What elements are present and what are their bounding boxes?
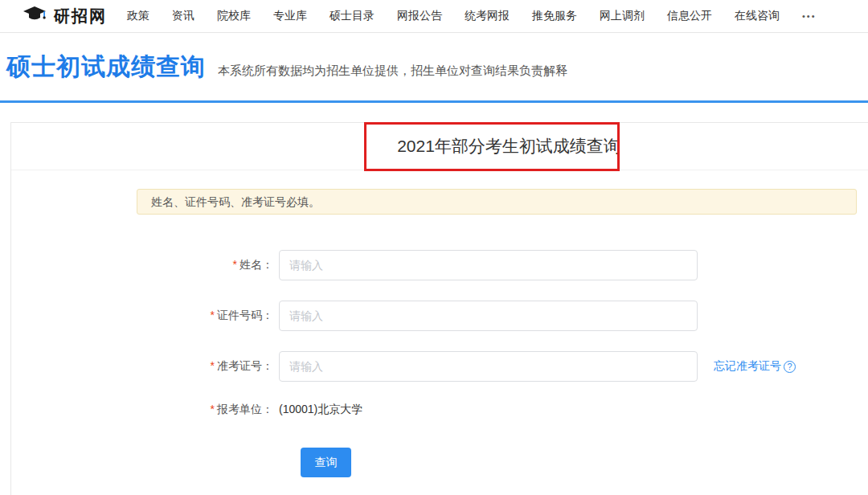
page-title: 硕士初试成绩查询 xyxy=(6,51,206,84)
nav-item-college-database[interactable]: 院校库 xyxy=(217,9,251,23)
nav-item-online-consult[interactable]: 在线咨询 xyxy=(735,9,780,23)
nav-item-report-notice[interactable]: 网报公告 xyxy=(397,9,442,23)
form-row-admission-ticket: *准考证号： 忘记准考证号 ? xyxy=(11,351,868,382)
form-row-id-number: *证件号码： xyxy=(11,301,868,331)
required-asterisk: * xyxy=(211,403,215,415)
nav-item-master-catalog[interactable]: 硕士目录 xyxy=(330,9,375,23)
form-row-apply-unit: *报考单位： (10001)北京大学 xyxy=(11,402,868,418)
nav-menu: 政策 资讯 院校库 专业库 硕士目录 网报公告 统考网报 推免服务 网上调剂 信… xyxy=(127,9,817,23)
nav-item-info-disclosure[interactable]: 信息公开 xyxy=(667,9,712,23)
score-query-card: 2021年部分考生初试成绩查询 姓名、证件号码、准考证号必填。 *姓名： *证件… xyxy=(10,122,868,495)
card-title: 2021年部分考生初试成绩查询 xyxy=(397,135,620,158)
graduation-cap-icon xyxy=(23,6,47,27)
page-header: 硕士初试成绩查询 本系统所有数据均为招生单位提供，招生单位对查询结果负责解释 xyxy=(0,33,868,100)
site-logo[interactable]: 研招网 xyxy=(23,6,107,27)
nav-item-exemption-service[interactable]: 推免服务 xyxy=(532,9,577,23)
admission-ticket-label: *准考证号： xyxy=(11,359,273,374)
required-asterisk: * xyxy=(211,309,215,321)
required-asterisk: * xyxy=(211,359,215,372)
id-number-label: *证件号码： xyxy=(11,309,273,323)
query-button[interactable]: 查询 xyxy=(301,448,351,477)
apply-unit-label: *报考单位： xyxy=(11,403,273,417)
form-row-submit: 查询 xyxy=(11,448,868,477)
nav-item-unified-exam-reg[interactable]: 统考网报 xyxy=(465,9,510,23)
nav-item-policy[interactable]: 政策 xyxy=(127,9,149,23)
question-circle-icon: ? xyxy=(784,361,796,373)
required-fields-notice: 姓名、证件号码、准考证号必填。 xyxy=(137,189,857,215)
page: 研招网 政策 资讯 院校库 专业库 硕士目录 网报公告 统考网报 推免服务 网上… xyxy=(0,0,868,495)
name-input[interactable] xyxy=(279,250,698,280)
form-row-name: *姓名： xyxy=(11,250,868,280)
site-logo-text: 研招网 xyxy=(54,6,107,27)
id-number-input[interactable] xyxy=(279,301,698,331)
blue-divider xyxy=(0,100,868,103)
card-header: 2021年部分考生初试成绩查询 xyxy=(11,123,868,170)
required-asterisk: * xyxy=(233,258,237,271)
name-label: *姓名： xyxy=(11,258,273,272)
nav-item-major-database[interactable]: 专业库 xyxy=(273,9,307,23)
apply-unit-value: (10001)北京大学 xyxy=(279,403,362,417)
nav-item-online-adjustment[interactable]: 网上调剂 xyxy=(600,9,645,23)
forgot-ticket-link[interactable]: 忘记准考证号 ? xyxy=(714,359,796,374)
nav-item-news[interactable]: 资讯 xyxy=(172,9,194,23)
nav-more-ellipsis-icon[interactable]: ••• xyxy=(802,11,817,21)
card-body: 姓名、证件号码、准考证号必填。 *姓名： *证件号码： *准考证号： 忘记准考证… xyxy=(11,170,868,477)
top-navbar: 研招网 政策 资讯 院校库 专业库 硕士目录 网报公告 统考网报 推免服务 网上… xyxy=(0,0,868,33)
page-subtitle: 本系统所有数据均为招生单位提供，招生单位对查询结果负责解释 xyxy=(218,63,567,79)
admission-ticket-input[interactable] xyxy=(279,351,698,382)
